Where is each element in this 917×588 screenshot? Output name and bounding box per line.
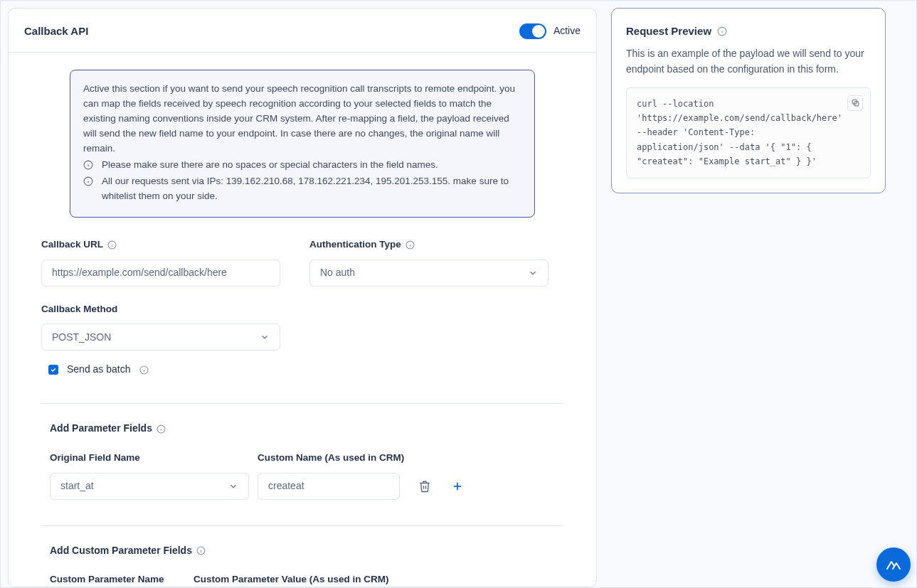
card-body: Active this section if you want to send … <box>9 53 596 587</box>
delete-param-button[interactable] <box>413 473 437 500</box>
chevron-down-icon <box>528 268 538 278</box>
callback-method-label-text: Callback Method <box>41 302 117 317</box>
plus-icon <box>451 480 464 493</box>
send-as-batch-label: Send as batch <box>67 362 131 378</box>
chevron-down-icon <box>260 332 270 342</box>
active-toggle[interactable] <box>519 23 546 39</box>
custom-param-section-title-text: Add Custom Parameter Fields <box>50 543 192 559</box>
param-section-title-text: Add Parameter Fields <box>50 421 152 437</box>
custom-param-name-col: Custom Parameter Name <box>50 572 185 587</box>
send-as-batch-row: Send as batch <box>48 362 563 378</box>
info-icon <box>157 424 166 434</box>
auth-type-label-text: Authentication Type <box>309 237 401 252</box>
info-icon <box>406 240 415 250</box>
param-section-title: Add Parameter Fields <box>50 421 563 437</box>
auth-type-label: Authentication Type <box>309 237 563 252</box>
custom-name-value: createat <box>268 479 304 494</box>
info-icon <box>83 160 93 170</box>
info-note-1-text: Please make sure there are no spaces or … <box>102 158 438 173</box>
custom-param-value-label: Custom Parameter Value (As used in CRM) <box>194 572 389 587</box>
info-note-2-text: All our requests sent via IPs: 139.162.2… <box>102 174 521 204</box>
trash-icon <box>418 480 431 493</box>
callback-url-col: Callback URL https://example.com/send/ca… <box>41 237 295 287</box>
original-field-value: start_at <box>60 479 94 494</box>
callback-url-label: Callback URL <box>41 237 295 252</box>
brand-mountain-icon <box>885 556 902 573</box>
auth-type-select[interactable]: No auth <box>309 260 548 287</box>
param-row: Original Field Name start_at Custom Name… <box>50 451 563 500</box>
auth-type-value: No auth <box>320 265 355 281</box>
preview-title: Request Preview <box>626 23 871 39</box>
info-paragraph: Active this section if you want to send … <box>83 82 521 156</box>
copy-code-button[interactable] <box>847 95 863 111</box>
info-box: Active this section if you want to send … <box>70 70 535 217</box>
custom-name-input[interactable]: createat <box>258 473 400 500</box>
custom-param-row: Custom Parameter Name Custom Parameter V… <box>50 572 563 587</box>
info-icon <box>83 176 93 186</box>
callback-method-col: Callback Method POST_JSON <box>41 302 563 351</box>
request-preview-card: Request Preview This is an example of th… <box>611 8 886 193</box>
custom-param-value-col: Custom Parameter Value (As used in CRM) <box>194 572 389 587</box>
add-param-button[interactable] <box>445 473 470 500</box>
send-as-batch-checkbox[interactable] <box>48 365 58 375</box>
preview-title-text: Request Preview <box>626 23 711 39</box>
info-note-1: Please make sure there are no spaces or … <box>83 158 521 173</box>
active-toggle-label: Active <box>553 23 581 39</box>
copy-icon <box>851 98 860 107</box>
auth-type-col: Authentication Type No auth <box>309 237 563 287</box>
card-title: Callback API <box>24 23 88 39</box>
callback-url-label-text: Callback URL <box>41 237 103 252</box>
custom-param-name-label: Custom Parameter Name <box>50 572 185 587</box>
chevron-down-icon <box>228 481 238 491</box>
custom-name-col: Custom Name (As used in CRM) createat <box>258 451 404 500</box>
custom-name-label: Custom Name (As used in CRM) <box>258 451 404 466</box>
help-fab-button[interactable] <box>876 547 911 582</box>
callback-url-input[interactable]: https://example.com/send/callback/here <box>41 260 280 287</box>
preview-code: curl --location 'https://example.com/sen… <box>637 99 842 167</box>
original-field-col: Original Field Name start_at <box>50 451 249 500</box>
active-toggle-wrap: Active <box>519 23 581 39</box>
divider <box>41 403 563 404</box>
callback-url-value: https://example.com/send/callback/here <box>52 265 227 281</box>
info-note-2: All our requests sent via IPs: 139.162.2… <box>83 174 521 204</box>
info-icon <box>717 26 727 36</box>
info-icon <box>139 365 149 375</box>
callback-method-value: POST_JSON <box>52 330 111 346</box>
callback-method-label: Callback Method <box>41 302 563 317</box>
form-grid: Callback URL https://example.com/send/ca… <box>41 237 563 287</box>
preview-code-box: curl --location 'https://example.com/sen… <box>626 87 871 178</box>
callback-method-select[interactable]: POST_JSON <box>41 324 280 351</box>
card-header: Callback API Active <box>9 9 596 53</box>
preview-description: This is an example of the payload we wil… <box>626 46 871 77</box>
custom-param-section-title: Add Custom Parameter Fields <box>50 543 563 559</box>
callback-api-card: Callback API Active Active this section … <box>8 8 597 587</box>
toggle-knob <box>532 25 545 38</box>
info-icon <box>196 546 206 555</box>
info-icon <box>107 240 117 250</box>
divider <box>41 525 563 526</box>
original-field-select[interactable]: start_at <box>50 473 249 500</box>
original-field-label: Original Field Name <box>50 451 249 466</box>
